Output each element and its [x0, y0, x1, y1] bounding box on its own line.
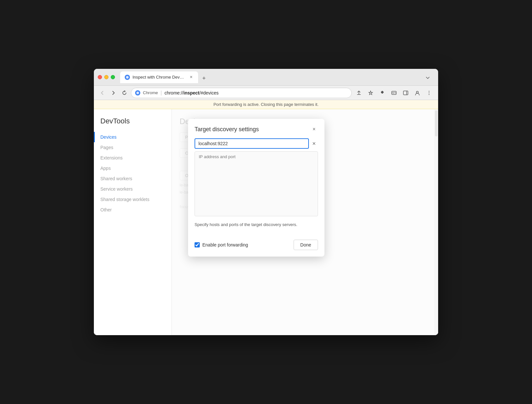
sidebar-item-devices[interactable]: Devices: [94, 132, 171, 142]
new-tab-button[interactable]: +: [199, 74, 209, 83]
site-favicon-icon: [135, 90, 140, 95]
enable-port-forwarding-label[interactable]: Enable port forwarding: [195, 242, 290, 247]
host-list-placeholder-input[interactable]: [195, 152, 318, 162]
sidebar-nav: Devices Pages Extensions Apps Shared wor…: [94, 132, 171, 215]
tab-title: Inspect with Chrome Develope: [133, 75, 186, 80]
share-button[interactable]: [354, 88, 364, 98]
sidebar-item-shared-workers[interactable]: Shared workers: [94, 173, 171, 184]
sidebar-title: DevTools: [94, 117, 171, 132]
svg-point-6: [429, 91, 429, 91]
sidebar-item-service-workers[interactable]: Service workers: [94, 184, 171, 194]
done-button[interactable]: Done: [294, 240, 318, 250]
svg-point-5: [416, 91, 418, 93]
dialog-header: Target discovery settings ×: [188, 119, 324, 138]
enable-port-forwarding-text: Enable port forwarding: [202, 242, 248, 247]
toolbar: Chrome | chrome://inspect/#devices: [94, 86, 438, 100]
tab-menu-button[interactable]: [423, 73, 433, 83]
sidebar-button[interactable]: [400, 88, 411, 98]
sidebar-item-shared-storage-worklets[interactable]: Shared storage worklets: [94, 194, 171, 205]
title-bar: Inspect with Chrome Develope ✕ +: [94, 69, 438, 86]
back-button[interactable]: [98, 88, 107, 97]
svg-rect-3: [403, 91, 408, 95]
notification-text: Port forwarding is active. Closing this …: [213, 102, 319, 107]
site-label: Chrome: [143, 90, 158, 95]
sidebar-item-apps[interactable]: Apps: [94, 163, 171, 173]
close-window-button[interactable]: [98, 75, 102, 79]
tab-bar: Inspect with Chrome Develope ✕ +: [120, 71, 434, 83]
target-discovery-dialog: Target discovery settings × ✕ Specify ho…: [188, 119, 324, 257]
address-separator: |: [160, 90, 162, 96]
traffic-lights: [98, 75, 115, 79]
bookmark-button[interactable]: [365, 88, 376, 98]
host-input-clear-button[interactable]: ✕: [310, 140, 318, 147]
extensions-button[interactable]: [377, 88, 387, 98]
address-bar[interactable]: Chrome | chrome://inspect/#devices: [131, 88, 352, 98]
sidebar: DevTools Devices Pages Extensions Apps S…: [94, 109, 172, 335]
dialog-title: Target discovery settings: [195, 126, 259, 133]
tab-bar-end: [423, 73, 434, 83]
toolbar-actions: [354, 88, 434, 98]
devtools-button[interactable]: [389, 88, 399, 98]
minimize-window-button[interactable]: [104, 75, 108, 79]
menu-button[interactable]: [424, 88, 434, 98]
description-text: Specify hosts and ports of the target di…: [195, 221, 318, 228]
svg-point-1: [136, 92, 139, 94]
host-list-area: [195, 151, 318, 216]
sidebar-item-pages[interactable]: Pages: [94, 142, 171, 153]
tab-favicon-icon: [125, 75, 130, 80]
host-input-row: ✕: [195, 138, 318, 149]
sidebar-item-other[interactable]: Other: [94, 205, 171, 215]
svg-point-7: [429, 92, 429, 93]
host-input[interactable]: [195, 138, 309, 149]
notification-bar: Port forwarding is active. Closing this …: [94, 100, 438, 109]
main-content: Devices Port forwarding... Configure... …: [172, 109, 438, 335]
profile-button[interactable]: [412, 88, 423, 98]
enable-port-forwarding-checkbox[interactable]: [195, 242, 200, 247]
forward-button[interactable]: [109, 88, 118, 97]
maximize-window-button[interactable]: [111, 75, 115, 79]
svg-point-8: [429, 94, 429, 95]
reload-button[interactable]: [120, 88, 129, 97]
svg-point-0: [126, 76, 129, 79]
address-url: chrome://inspect/#devices: [164, 90, 348, 95]
sidebar-item-extensions[interactable]: Extensions: [94, 153, 171, 163]
browser-window: Inspect with Chrome Develope ✕ +: [94, 69, 438, 335]
content-area: DevTools Devices Pages Extensions Apps S…: [94, 109, 438, 335]
dialog-footer: Enable port forwarding Done: [188, 240, 324, 257]
dialog-close-button[interactable]: ×: [310, 125, 318, 133]
tab-close-button[interactable]: ✕: [188, 75, 194, 80]
active-tab[interactable]: Inspect with Chrome Develope ✕: [120, 71, 198, 83]
dialog-body: ✕ Specify hosts and ports of the target …: [188, 138, 324, 240]
